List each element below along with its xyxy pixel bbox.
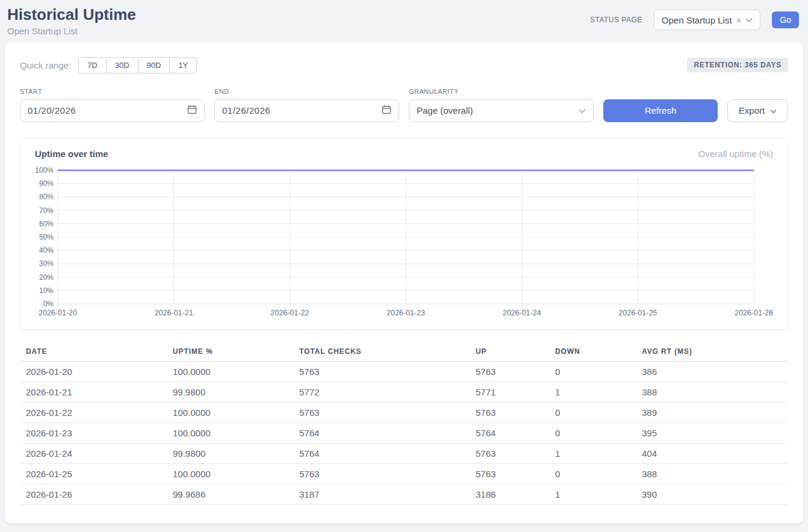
column-header: UP (470, 343, 549, 362)
controls-top-row: Quick range: 7D30D90D1Y RETENTION: 365 D… (20, 57, 788, 73)
chart-header: Uptime over time Overall uptime (%) (20, 149, 788, 159)
filters-row: START 01/20/2026 END 01/26/2026 GRANULAR… (20, 88, 788, 122)
svg-text:20%: 20% (39, 273, 54, 281)
table-cell: 5763 (470, 402, 549, 422)
refresh-button[interactable]: Refresh (603, 99, 718, 122)
svg-text:70%: 70% (39, 206, 54, 214)
table-cell: 395 (636, 422, 788, 443)
end-date-field-wrap: END 01/26/2026 (214, 88, 399, 122)
calendar-icon[interactable] (187, 105, 197, 116)
svg-text:0%: 0% (43, 300, 54, 308)
table-cell: 1 (549, 443, 636, 463)
page-header: Historical Uptime Open Startup List STAT… (0, 0, 808, 42)
table-cell: 0 (549, 463, 636, 484)
table-cell: 5763 (293, 463, 470, 484)
table-cell: 2026-01-23 (20, 422, 167, 443)
column-header: AVG RT (MS) (636, 343, 788, 362)
column-header: DATE (20, 343, 167, 362)
page-title: Historical Uptime (7, 6, 136, 24)
table-cell: 100.0000 (167, 422, 293, 443)
table-row: 2026-01-20100.0000576357630386 (20, 361, 788, 382)
table-cell: 100.0000 (167, 463, 293, 484)
table-cell: 3187 (293, 484, 470, 504)
header-actions: STATUS PAGE Open Startup List × Go (590, 10, 799, 30)
end-date-input[interactable]: 01/26/2026 (214, 99, 399, 122)
title-block: Historical Uptime Open Startup List (7, 6, 136, 36)
table-cell: 388 (636, 382, 788, 402)
granularity-label: GRANULARITY (409, 88, 594, 95)
table-cell: 5763 (470, 361, 549, 382)
svg-text:2026-01-22: 2026-01-22 (270, 309, 309, 317)
svg-text:40%: 40% (39, 246, 54, 255)
quick-range-30d[interactable]: 30D (107, 58, 138, 73)
retention-badge: RETENTION: 365 DAYS (687, 58, 788, 72)
svg-text:90%: 90% (39, 179, 54, 188)
table-cell: 5763 (470, 443, 549, 463)
table-row: 2026-01-22100.0000576357630389 (20, 402, 788, 422)
chevron-down-icon (745, 14, 753, 25)
table-cell: 99.9686 (167, 484, 293, 504)
start-date-value: 01/20/2026 (28, 105, 76, 116)
svg-text:10%: 10% (39, 286, 54, 295)
calendar-icon[interactable] (382, 105, 391, 116)
table-cell: 0 (549, 402, 636, 422)
granularity-select[interactable]: Page (overall) (409, 99, 594, 122)
table-row: 2026-01-25100.0000576357630388 (20, 463, 788, 484)
table-cell: 5771 (470, 382, 549, 402)
column-header: UPTIME % (167, 343, 293, 362)
uptime-table: DATEUPTIME %TOTAL CHECKSUPDOWNAVG RT (MS… (20, 343, 788, 505)
table-cell: 0 (549, 422, 636, 443)
table-row: 2026-01-2499.9800576457631404 (20, 443, 788, 463)
start-date-field-wrap: START 01/20/2026 (20, 88, 205, 122)
clear-icon[interactable]: × (736, 16, 742, 25)
table-cell: 386 (636, 361, 788, 382)
svg-text:2026-01-25: 2026-01-25 (618, 309, 657, 317)
status-page-select[interactable]: Open Startup List × (654, 10, 761, 30)
start-date-input[interactable]: 01/20/2026 (20, 99, 205, 122)
table-row: 2026-01-23100.0000576457640395 (20, 422, 788, 443)
quick-range-7d[interactable]: 7D (79, 58, 107, 73)
chart-legend: Overall uptime (%) (698, 149, 773, 159)
table-cell: 5763 (470, 463, 549, 484)
svg-text:60%: 60% (39, 220, 54, 228)
chart-card: Uptime over time Overall uptime (%) 0%10… (20, 138, 788, 330)
status-page-label: STATUS PAGE (590, 16, 642, 24)
chevron-down-icon (579, 105, 586, 116)
svg-text:100%: 100% (35, 166, 54, 175)
uptime-table-head-row: DATEUPTIME %TOTAL CHECKSUPDOWNAVG RT (MS… (20, 343, 788, 362)
column-header: TOTAL CHECKS (293, 343, 470, 362)
table-cell: 1 (549, 484, 636, 504)
svg-text:80%: 80% (39, 193, 54, 201)
table-cell: 404 (636, 443, 788, 463)
svg-text:30%: 30% (39, 259, 54, 268)
table-cell: 99.9800 (167, 382, 293, 402)
granularity-value: Page (overall) (417, 105, 473, 116)
table-cell: 1 (549, 382, 636, 402)
go-button[interactable]: Go (772, 11, 799, 28)
table-cell: 5763 (293, 361, 470, 382)
quick-range-label: Quick range: (20, 60, 71, 70)
status-page-value: Open Startup List (662, 15, 732, 25)
export-label: Export (739, 105, 765, 116)
svg-text:50%: 50% (39, 233, 54, 241)
table-cell: 5763 (293, 402, 470, 422)
column-header: DOWN (549, 343, 636, 362)
table-cell: 2026-01-26 (20, 484, 167, 504)
chevron-down-icon (770, 105, 777, 116)
chart-title: Uptime over time (35, 149, 108, 159)
table-cell: 2026-01-22 (20, 402, 167, 422)
table-cell: 100.0000 (167, 361, 293, 382)
table-cell: 389 (636, 402, 788, 422)
quick-range-group: 7D30D90D1Y (78, 57, 197, 73)
export-button[interactable]: Export (727, 99, 788, 122)
table-row: 2026-01-2699.9686318731861390 (20, 484, 788, 504)
table-cell: 388 (636, 463, 788, 484)
quick-range-1y[interactable]: 1Y (170, 58, 196, 73)
table-cell: 100.0000 (167, 402, 293, 422)
end-label: END (214, 88, 399, 95)
main-card: Quick range: 7D30D90D1Y RETENTION: 365 D… (5, 42, 803, 524)
uptime-table-body: 2026-01-20100.00005763576303862026-01-21… (20, 361, 788, 504)
table-cell: 390 (636, 484, 788, 504)
table-cell: 0 (549, 361, 636, 382)
quick-range-90d[interactable]: 90D (138, 58, 170, 73)
